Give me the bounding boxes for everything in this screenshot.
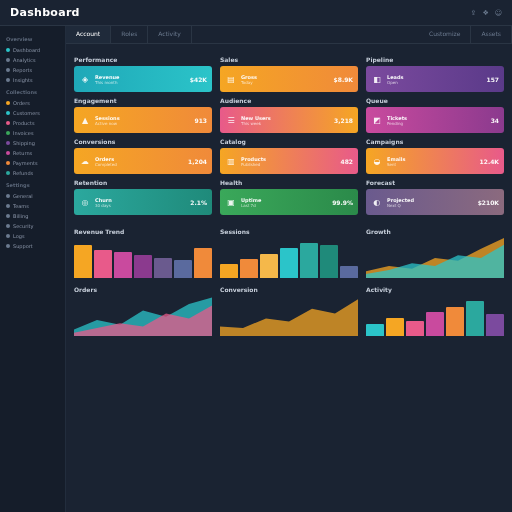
bar: [220, 264, 238, 278]
bar: [114, 252, 132, 278]
sidebar-item-label: Insights: [13, 77, 33, 83]
section-title: Catalog: [220, 138, 358, 145]
metric-card[interactable]: ▤GrossToday$8.9K: [220, 66, 358, 92]
dot-icon: [6, 58, 10, 62]
card-icon: ▲: [79, 114, 91, 126]
area-chart: [366, 238, 504, 278]
sidebar-item[interactable]: Returns: [4, 148, 61, 158]
chart-title: Growth: [366, 228, 504, 235]
content: Performance◈RevenueThis month$42KEngagem…: [66, 44, 512, 512]
tab[interactable]: Activity: [148, 26, 191, 43]
card-icon: ◒: [371, 155, 383, 167]
user-icon[interactable]: ☺: [495, 9, 502, 17]
card-icon: ▣: [225, 196, 237, 208]
card-subtitle: Pending: [387, 121, 487, 126]
card-value: 12.4K: [480, 158, 499, 165]
sidebar-item-label: Reports: [13, 67, 32, 73]
section-title: Forecast: [366, 179, 504, 186]
metric-card[interactable]: ◩TicketsPending34: [366, 107, 504, 133]
bar: [280, 248, 298, 278]
sidebar-item[interactable]: Products: [4, 118, 61, 128]
metric-card[interactable]: ◎Churn30 days2.1%: [74, 189, 212, 215]
sidebar-item-label: Payments: [13, 160, 38, 166]
sidebar-item[interactable]: Insights: [4, 75, 61, 85]
bar: [240, 259, 258, 278]
section-title: Sales: [220, 56, 358, 63]
bar-chart: [74, 238, 212, 278]
card-value: 913: [194, 117, 207, 124]
dot-icon: [6, 204, 10, 208]
sidebar-item[interactable]: Billing: [4, 211, 61, 221]
card-value: 34: [491, 117, 499, 124]
sidebar-item-label: Returns: [13, 150, 32, 156]
sidebar-item[interactable]: Invoices: [4, 128, 61, 138]
sidebar-item-label: Analytics: [13, 57, 36, 63]
metric-card[interactable]: ☁OrdersCompleted1,204: [74, 148, 212, 174]
bar: [154, 258, 172, 278]
sidebar-item-label: Dashboard: [13, 47, 40, 53]
sidebar-item-label: Logs: [13, 233, 25, 239]
dot-icon: [6, 224, 10, 228]
sidebar-item[interactable]: Support: [4, 241, 61, 251]
card-subtitle: This month: [95, 80, 186, 85]
card-subtitle: Next Q: [387, 203, 474, 208]
tab[interactable]: Roles: [111, 26, 148, 43]
card-icon: ▤: [225, 73, 237, 85]
tab[interactable]: Assets: [471, 26, 512, 43]
sidebar-item[interactable]: Logs: [4, 231, 61, 241]
metric-card[interactable]: ▣UptimeLast 7d99.9%: [220, 189, 358, 215]
share-icon[interactable]: ⇪: [471, 9, 477, 17]
sidebar-item[interactable]: General: [4, 191, 61, 201]
tab[interactable]: Customize: [419, 26, 472, 43]
sidebar-item-label: Customers: [13, 110, 40, 116]
sidebar-item-label: Support: [13, 243, 33, 249]
metric-card[interactable]: ◐ProjectedNext Q$210K: [366, 189, 504, 215]
sidebar-item[interactable]: Orders: [4, 98, 61, 108]
metric-card[interactable]: ▲SessionsActive now913: [74, 107, 212, 133]
app-title: Dashboard: [10, 6, 80, 19]
metric-card[interactable]: ◒EmailsSent12.4K: [366, 148, 504, 174]
sidebar-item[interactable]: Refunds: [4, 168, 61, 178]
metric-card[interactable]: ◧LeadsOpen157: [366, 66, 504, 92]
sidebar-group-title: Settings: [6, 182, 59, 188]
bar: [340, 266, 358, 278]
metric-card[interactable]: ◈RevenueThis month$42K: [74, 66, 212, 92]
sidebar-item[interactable]: Analytics: [4, 55, 61, 65]
card-value: $42K: [190, 76, 207, 83]
bar: [366, 324, 384, 336]
bar: [94, 250, 112, 278]
sidebar-item[interactable]: Payments: [4, 158, 61, 168]
metric-card[interactable]: ☰New UsersThis week3,218: [220, 107, 358, 133]
sidebar-item-label: Orders: [13, 100, 30, 106]
sidebar-item[interactable]: Reports: [4, 65, 61, 75]
card-subtitle: Active now: [95, 121, 190, 126]
dot-icon: [6, 234, 10, 238]
card-subtitle: This week: [241, 121, 330, 126]
chart-title: Revenue Trend: [74, 228, 212, 235]
chart-title: Conversion: [220, 286, 358, 293]
card-icon: ◎: [79, 196, 91, 208]
sidebar-item[interactable]: Shipping: [4, 138, 61, 148]
metric-card[interactable]: ▥ProductsPublished482: [220, 148, 358, 174]
sidebar-item[interactable]: Teams: [4, 201, 61, 211]
dot-icon: [6, 121, 10, 125]
card-subtitle: Last 7d: [241, 203, 328, 208]
sidebar-item[interactable]: Customers: [4, 108, 61, 118]
section-title: Engagement: [74, 97, 212, 104]
card-icon: ◈: [79, 73, 91, 85]
dot-icon: [6, 161, 10, 165]
sidebar-item[interactable]: Dashboard: [4, 45, 61, 55]
dot-icon: [6, 214, 10, 218]
topbar: Dashboard ⇪ ❖ ☺: [0, 0, 512, 26]
notification-icon[interactable]: ❖: [482, 9, 488, 17]
sidebar-item[interactable]: Security: [4, 221, 61, 231]
section-title: Queue: [366, 97, 504, 104]
bar: [466, 301, 484, 336]
sidebar-item-label: Refunds: [13, 170, 33, 176]
tab[interactable]: Account: [66, 26, 111, 43]
card-icon: ◩: [371, 114, 383, 126]
sidebar: OverviewDashboardAnalyticsReportsInsight…: [0, 26, 66, 512]
section-title: Performance: [74, 56, 212, 63]
card-value: $210K: [478, 199, 499, 206]
section-title: Audience: [220, 97, 358, 104]
